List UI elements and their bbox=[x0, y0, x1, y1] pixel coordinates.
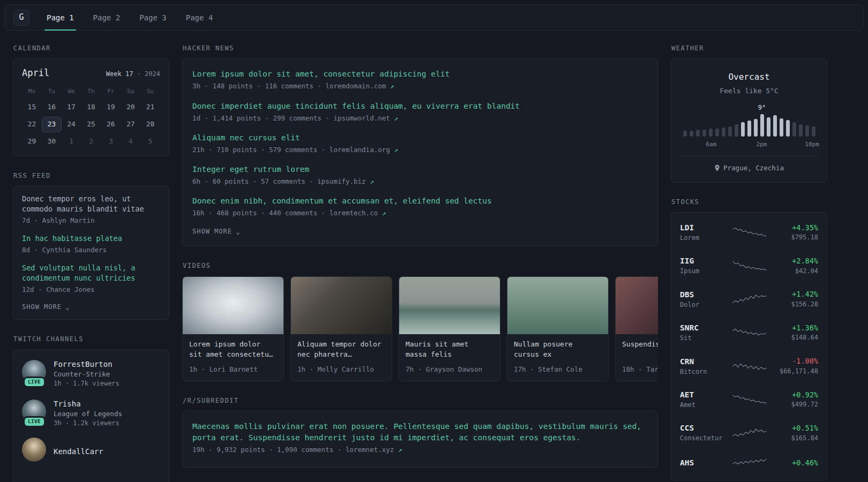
calendar-day[interactable]: 1 bbox=[62, 134, 81, 149]
video-title[interactable]: Aliquam tempor dolor nec pharetra… bbox=[297, 340, 385, 360]
tab-page-4[interactable]: Page 4 bbox=[183, 5, 216, 31]
calendar-day[interactable]: 17 bbox=[62, 100, 81, 115]
stock-row[interactable]: AHS +0.46% bbox=[680, 450, 818, 477]
subreddit-post-title[interactable]: Maecenas mollis pulvinar erat non posuer… bbox=[192, 421, 648, 443]
rss-item-title[interactable]: Donec tempor eros leo, ut commodo mauris… bbox=[22, 194, 160, 215]
calendar-separator: · bbox=[137, 70, 141, 78]
hackernews-item[interactable]: Donec enim nibh, condimentum et accumsan… bbox=[192, 195, 648, 218]
hackernews-item-title[interactable]: Donec imperdiet augue tincidunt felis al… bbox=[192, 101, 648, 112]
stock-row[interactable]: SNRC Sit +1.36% $148.64 bbox=[680, 316, 818, 349]
calendar-day[interactable]: 19 bbox=[101, 100, 121, 115]
external-link-icon: ↗ bbox=[370, 177, 374, 185]
hackernews-item[interactable]: Integer eget rutrum lorem 6h · 60 points… bbox=[192, 164, 648, 186]
calendar-day[interactable]: 21 bbox=[140, 100, 160, 115]
video-card[interactable]: Mauris sit amet massa felis 7h · Grayson… bbox=[399, 276, 500, 381]
hackernews-item-title[interactable]: Lorem ipsum dolor sit amet, consectetur … bbox=[192, 69, 648, 80]
stock-id: LDI Lorem bbox=[680, 222, 732, 243]
weather-hour-bar bbox=[735, 124, 738, 137]
tab-page-1[interactable]: Page 1 bbox=[43, 5, 77, 31]
calendar-day[interactable]: 27 bbox=[121, 117, 140, 132]
calendar-day[interactable]: 2 bbox=[81, 134, 101, 149]
video-title[interactable]: Nullam posuere cursus ex bbox=[514, 340, 602, 360]
stock-sparkline-wrap bbox=[732, 393, 767, 406]
stock-row[interactable]: CRN Bitcorn -1.00% $66,171.48 bbox=[680, 350, 818, 383]
rss-item[interactable]: Donec tempor eros leo, ut commodo mauris… bbox=[22, 194, 160, 225]
video-thumbnail[interactable] bbox=[507, 277, 608, 334]
weather-hour-bar bbox=[780, 118, 783, 137]
tab-page-3[interactable]: Page 3 bbox=[136, 5, 170, 31]
video-card[interactable]: Suspendisse diam 18h · Tara bbox=[615, 276, 658, 381]
twitch-channel-row[interactable]: LIVE Trisha League of Legends 3h · 1.2k … bbox=[22, 398, 160, 428]
calendar-day[interactable]: 4 bbox=[121, 134, 140, 149]
stocks-list: LDI Lorem +4.35% $795.18 IIG Ipsum +2.84… bbox=[680, 216, 818, 477]
hackernews-item-title[interactable]: Aliquam nec cursus elit bbox=[192, 132, 648, 144]
twitch-channel-name[interactable]: ForrestBurton bbox=[54, 359, 119, 370]
calendar-day[interactable]: 22 bbox=[22, 117, 42, 132]
video-thumbnail[interactable] bbox=[399, 277, 500, 334]
tab-page-2[interactable]: Page 2 bbox=[90, 5, 124, 31]
calendar-day[interactable]: 24 bbox=[62, 117, 81, 132]
video-title[interactable]: Suspendisse diam bbox=[622, 340, 658, 360]
calendar-day[interactable]: 23 bbox=[42, 117, 62, 132]
rss-item[interactable]: Sed volutpat nulla nisl, a condimentum n… bbox=[22, 263, 160, 295]
calendar-day[interactable]: 26 bbox=[101, 117, 121, 132]
stock-row[interactable]: DBS Dolor +1.42% $156.28 bbox=[680, 283, 818, 316]
rss-item-title[interactable]: In hac habitasse platea bbox=[22, 234, 160, 244]
video-thumbnail[interactable] bbox=[183, 277, 283, 334]
calendar-day[interactable]: 15 bbox=[22, 100, 42, 115]
calendar-day[interactable]: 18 bbox=[81, 100, 101, 115]
calendar-day[interactable]: 28 bbox=[140, 117, 160, 132]
weather-time-axis: 6am2pm10pm bbox=[683, 140, 815, 149]
hackernews-item-title[interactable]: Donec enim nibh, condimentum et accumsan… bbox=[192, 195, 648, 207]
rss-show-more-button[interactable]: SHOW MORE ⌄ bbox=[22, 303, 160, 312]
twitch-card: LIVE ForrestBurton Counter-Strike 1h · 1… bbox=[13, 350, 169, 482]
stock-row[interactable]: LDI Lorem +4.35% $795.18 bbox=[680, 216, 818, 249]
weather-hour-bar bbox=[754, 119, 758, 137]
calendar-weekday: Su bbox=[140, 85, 160, 98]
hackernews-item[interactable]: Aliquam nec cursus elit 21h · 710 points… bbox=[192, 132, 648, 155]
twitch-channel-name[interactable]: Trisha bbox=[54, 398, 122, 409]
video-thumbnail[interactable] bbox=[616, 277, 658, 334]
hackernews-item[interactable]: Lorem ipsum dolor sit amet, consectetur … bbox=[192, 69, 648, 91]
video-thumbnail[interactable] bbox=[291, 277, 392, 334]
calendar-day[interactable]: 20 bbox=[121, 100, 140, 115]
calendar-day[interactable]: 29 bbox=[22, 134, 42, 149]
calendar-day[interactable]: 25 bbox=[81, 117, 101, 132]
stock-values: -1.00% $66,171.48 bbox=[767, 356, 818, 376]
subreddit-post[interactable]: Maecenas mollis pulvinar erat non posuer… bbox=[192, 421, 648, 455]
calendar-day[interactable]: 30 bbox=[42, 134, 62, 149]
video-title[interactable]: Lorem ipsum dolor sit amet consectetu… bbox=[189, 340, 277, 360]
calendar-day[interactable]: 5 bbox=[140, 134, 160, 149]
hackernews-show-more-button[interactable]: SHOW MORE ⌄ bbox=[192, 227, 648, 236]
twitch-channel-meta: 3h · 1.2k viewers bbox=[54, 419, 122, 428]
hackernews-list: Lorem ipsum dolor sit amet, consectetur … bbox=[192, 69, 648, 218]
stock-row[interactable]: IIG Ipsum +2.84% $42.04 bbox=[680, 249, 818, 282]
hackernews-item[interactable]: Donec imperdiet augue tincidunt felis al… bbox=[192, 101, 648, 123]
video-card[interactable]: Aliquam tempor dolor nec pharetra… 1h · … bbox=[290, 276, 392, 381]
subreddit-card: Maecenas mollis pulvinar erat non posuer… bbox=[182, 411, 658, 467]
video-card[interactable]: Nullam posuere cursus ex 17h · Stefan Co… bbox=[507, 276, 609, 381]
external-link-icon: ↗ bbox=[398, 446, 402, 454]
stock-row[interactable]: AET Amet +0.92% $499.72 bbox=[680, 383, 818, 416]
twitch-channel-row[interactable]: LIVE KendallCarr bbox=[22, 438, 160, 465]
twitch-channel-row[interactable]: LIVE ForrestBurton Counter-Strike 1h · 1… bbox=[22, 359, 160, 389]
rss-item-title[interactable]: Sed volutpat nulla nisl, a condimentum n… bbox=[22, 263, 160, 284]
video-card-body: Lorem ipsum dolor sit amet consectetu… 1… bbox=[183, 334, 283, 381]
video-meta: 1h · Lori Barnett bbox=[189, 365, 277, 374]
calendar-card: April Week 17 · 2024 MoTuWeThFrSaSu15161… bbox=[13, 58, 169, 156]
calendar-weekday: Tu bbox=[42, 85, 62, 98]
app-logo[interactable]: G bbox=[13, 10, 29, 26]
stock-id: SNRC Sit bbox=[680, 322, 732, 343]
twitch-channel-name[interactable]: KendallCarr bbox=[54, 446, 103, 457]
weather-hour-bar bbox=[747, 120, 751, 137]
stock-row[interactable]: CCS Consectetur +0.51% $165.84 bbox=[680, 416, 818, 449]
video-card[interactable]: Lorem ipsum dolor sit amet consectetu… 1… bbox=[182, 276, 284, 381]
hackernews-card: Lorem ipsum dolor sit amet, consectetur … bbox=[182, 58, 658, 246]
hackernews-item-title[interactable]: Integer eget rutrum lorem bbox=[192, 164, 648, 175]
calendar-weekday: Mo bbox=[22, 85, 42, 98]
calendar-day[interactable]: 16 bbox=[42, 100, 62, 115]
calendar-day[interactable]: 3 bbox=[101, 134, 121, 149]
rss-item[interactable]: In hac habitasse platea 8d · Cynthia Sau… bbox=[22, 234, 160, 255]
video-title[interactable]: Mauris sit amet massa felis bbox=[406, 340, 493, 360]
stock-sparkline-wrap bbox=[732, 456, 767, 470]
